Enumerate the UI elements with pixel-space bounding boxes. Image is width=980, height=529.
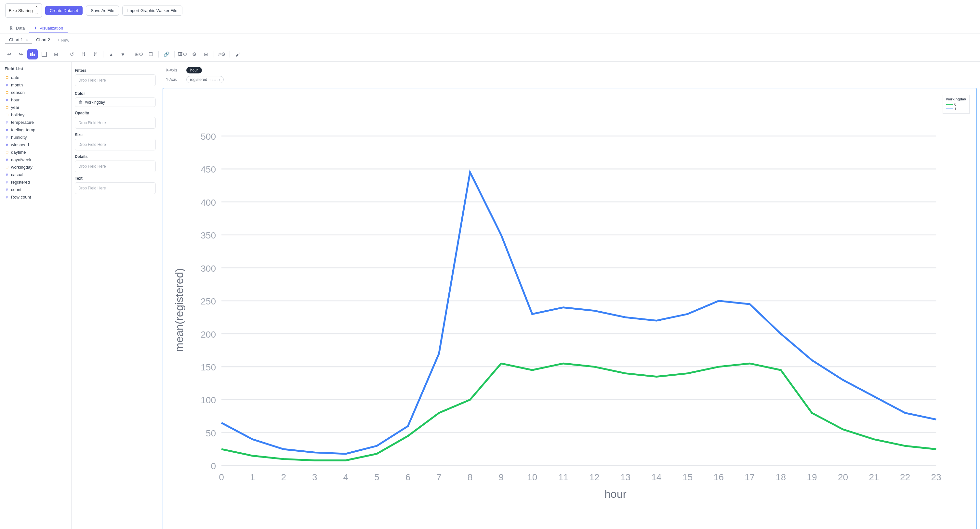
tab-data[interactable]: 🗄 Data [5, 24, 29, 33]
field-item-workingday[interactable]: ⊡workingday [0, 164, 71, 171]
x-tick-label: 23 [931, 472, 941, 482]
data-icon: 🗄 [10, 25, 14, 30]
field-item-hour[interactable]: #hour [0, 96, 71, 104]
hash-icon: # [5, 173, 9, 177]
chart-legend: workingday 01 [943, 95, 970, 114]
sort-asc-button[interactable]: ⇅ [78, 49, 89, 59]
field-item-winspeed[interactable]: #winspeed [0, 141, 71, 148]
image-settings-button[interactable]: 🖼⚙ [177, 49, 188, 59]
y-axis-pill[interactable]: registered mean ↕ [186, 76, 224, 83]
field-label: winspeed [11, 142, 29, 147]
chart-type-line[interactable] [39, 49, 49, 59]
undo-button[interactable]: ↩ [4, 49, 14, 59]
x-tick-label: 18 [776, 472, 786, 482]
stack-button[interactable]: ⊞ [51, 49, 61, 59]
x-tick-label: 3 [312, 472, 317, 482]
fields-container: ⊡date#month⊡season#hour⊡year⊡holiday#tem… [0, 74, 71, 201]
category-icon: ⊡ [5, 113, 9, 117]
tab-visualization[interactable]: ✦ Visualization [29, 24, 68, 33]
field-list-panel: Field List ⊡date#month⊡season#hour⊡year⊡… [0, 62, 72, 529]
legend-item-label: 0 [954, 102, 956, 106]
settings-button[interactable]: ⚙ [189, 49, 199, 59]
field-item-season[interactable]: ⊡season [0, 89, 71, 96]
details-drop-zone[interactable]: Drop Field Here [75, 160, 156, 172]
y-tick-label: 400 [200, 197, 216, 208]
x-tick-label: 1 [250, 472, 255, 482]
up-button[interactable]: ▲ [106, 49, 116, 59]
hash-button[interactable]: #⚙ [216, 49, 227, 59]
opacity-label: Opacity [75, 111, 156, 115]
chevron-icon: ⌃⌄ [35, 6, 38, 15]
chart-type-bar[interactable] [27, 49, 38, 59]
x-tick-label: 10 [527, 472, 537, 482]
field-label: month [11, 83, 23, 87]
redo-button[interactable]: ↪ [16, 49, 26, 59]
color-label: Color [75, 91, 156, 96]
field-item-date[interactable]: ⊡date [0, 74, 71, 81]
agg-selector[interactable]: mean ↕ [208, 78, 220, 81]
refresh-button[interactable]: ↺ [67, 49, 77, 59]
link-button[interactable]: 🔗 [161, 49, 172, 59]
chart-tabs-bar: Chart 1 ✎ Chart 2 + New [0, 33, 980, 47]
size-drop-zone[interactable]: Drop Field Here [75, 139, 156, 151]
svg-rect-3 [42, 52, 46, 57]
filters-label: Filters [75, 68, 156, 73]
sort-desc-button[interactable]: ⇵ [90, 49, 100, 59]
hash-icon: # [5, 143, 9, 147]
opacity-drop-zone[interactable]: Drop Field Here [75, 117, 156, 129]
field-item-holiday[interactable]: ⊡holiday [0, 111, 71, 119]
create-dataset-button[interactable]: Create Dataset [45, 6, 83, 15]
color-chip[interactable]: 🗑 workingday [75, 97, 156, 107]
x-axis-pill[interactable]: hour [186, 67, 202, 73]
down-button[interactable]: ▼ [118, 49, 128, 59]
auto-layout-button[interactable]: ⊞⚙ [134, 49, 144, 59]
field-label: dayofweek [11, 157, 31, 162]
category-icon: ⊡ [5, 105, 9, 110]
brush-button[interactable]: 🖌 [232, 49, 243, 59]
field-label: humidity [11, 135, 27, 140]
legend-item-label: 1 [954, 107, 956, 111]
y-tick-label: 50 [206, 428, 216, 438]
field-item-dayofweek[interactable]: #dayofweek [0, 156, 71, 164]
chart-tab-2[interactable]: Chart 2 [32, 36, 54, 44]
x-tick-label: 22 [900, 472, 910, 482]
field-item-registered[interactable]: #registered [0, 178, 71, 186]
chart-lines [221, 172, 936, 461]
chart-tab-new[interactable]: + New [54, 37, 73, 44]
x-axis: 01234567891011121314151617181920212223 [219, 472, 941, 482]
field-item-humidity[interactable]: #humidity [0, 133, 71, 141]
save-as-file-button[interactable]: Save As File [86, 6, 119, 16]
category-icon: ⊡ [5, 165, 9, 169]
field-label: hour [11, 97, 19, 102]
chart-wrapper: 050100150200250300350400450500 012345678… [162, 88, 977, 529]
y-tick-label: 150 [200, 362, 216, 372]
x-tick-label: 17 [745, 472, 755, 482]
field-item-year[interactable]: ⊡year [0, 104, 71, 111]
frame-button[interactable]: ☐ [145, 49, 156, 59]
field-label: season [11, 90, 25, 95]
import-graphic-walker-button[interactable]: Import Graphic Walker File [122, 6, 182, 16]
divider5 [174, 51, 175, 57]
category-icon: ⊡ [5, 150, 9, 154]
trash-icon[interactable]: 🗑 [78, 100, 83, 105]
field-label: holiday [11, 113, 24, 117]
field-item-temperature[interactable]: #temperature [0, 119, 71, 126]
dataset-selector[interactable]: Bike Sharing ⌃⌄ [5, 3, 42, 17]
filters-drop-zone[interactable]: Drop Field Here [75, 75, 156, 86]
chart-tab-1[interactable]: Chart 1 ✎ [5, 36, 32, 44]
field-item-month[interactable]: #month [0, 81, 71, 89]
y-tick-label: 250 [200, 296, 216, 307]
field-label: date [11, 75, 19, 80]
controls-panel: Filters Drop Field Here Color 🗑 workingd… [72, 62, 159, 529]
field-item-casual[interactable]: #casual [0, 171, 71, 178]
x-tick-label: 5 [374, 472, 379, 482]
field-item-daytime[interactable]: ⊡daytime [0, 148, 71, 156]
text-drop-zone[interactable]: Drop Field Here [75, 182, 156, 194]
field-item-count[interactable]: #count [0, 186, 71, 193]
table-button[interactable]: ⊟ [200, 49, 211, 59]
field-item-feeling_temp[interactable]: #feeling_temp [0, 126, 71, 133]
field-label: workingday [11, 165, 32, 170]
field-item-row-count[interactable]: #Row count [0, 193, 71, 201]
legend-item: 1 [946, 107, 966, 111]
size-label: Size [75, 133, 156, 137]
